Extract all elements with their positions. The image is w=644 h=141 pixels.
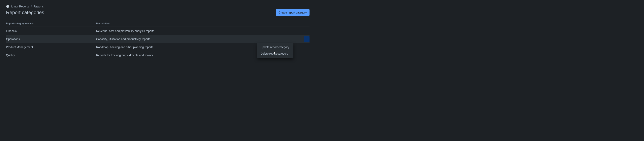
category-description: Revenue, cost and profitability analysis… xyxy=(96,30,302,33)
column-header-name[interactable]: Report category name ▲ ▼ xyxy=(6,22,96,25)
update-report-category-item[interactable]: Update report category xyxy=(257,44,294,50)
row-actions-menu: Update report category Delete report cat… xyxy=(257,43,294,58)
breadcrumb: Limbr Reports / Reports xyxy=(6,5,310,8)
table-header: Report category name ▲ ▼ Description xyxy=(6,22,310,27)
table-row[interactable]: Operations Capacity, utilization and pro… xyxy=(6,35,310,43)
page-header: Report categories Create report category xyxy=(6,9,310,16)
delete-report-category-item[interactable]: Delete report category xyxy=(257,50,294,57)
more-icon xyxy=(306,30,308,31)
app-logo-icon xyxy=(6,5,9,8)
category-name: Operations xyxy=(6,38,96,41)
column-header-description[interactable]: Description xyxy=(96,22,310,25)
category-name: Product Management xyxy=(6,46,96,49)
column-header-name-label: Report category name xyxy=(6,22,32,25)
create-report-category-button[interactable]: Create report category xyxy=(276,9,310,16)
row-more-button[interactable] xyxy=(304,36,310,42)
page-title: Report categories xyxy=(6,10,44,15)
category-name: Quality xyxy=(6,54,96,57)
svg-point-0 xyxy=(6,5,9,8)
breadcrumb-current-link[interactable]: Reports xyxy=(34,5,44,8)
row-more-button[interactable] xyxy=(304,28,310,34)
category-description: Capacity, utilization and productivity r… xyxy=(96,38,302,41)
category-name: Financial xyxy=(6,30,96,33)
table-row[interactable]: Financial Revenue, cost and profitabilit… xyxy=(6,27,310,35)
breadcrumb-root-link[interactable]: Limbr Reports xyxy=(11,5,29,8)
sort-icon: ▲ ▼ xyxy=(32,23,34,24)
more-icon xyxy=(306,39,308,39)
breadcrumb-separator: / xyxy=(31,5,32,8)
